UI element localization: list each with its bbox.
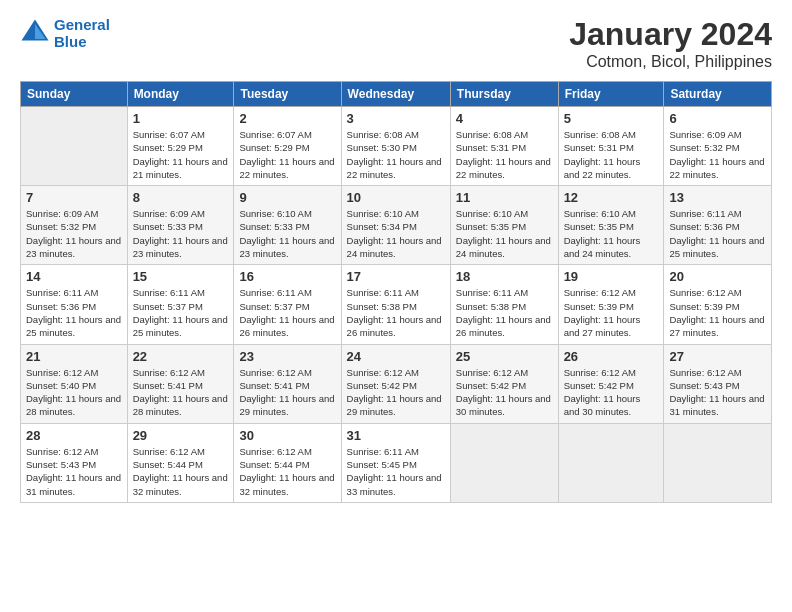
calendar-week-row: 28 Sunrise: 6:12 AMSunset: 5:43 PMDaylig… [21, 423, 772, 502]
header-friday: Friday [558, 82, 664, 107]
calendar-week-row: 7 Sunrise: 6:09 AMSunset: 5:32 PMDayligh… [21, 186, 772, 265]
day-info: Sunrise: 6:08 AMSunset: 5:31 PMDaylight:… [564, 128, 659, 181]
day-number: 9 [239, 190, 335, 205]
calendar-cell [664, 423, 772, 502]
day-info: Sunrise: 6:10 AMSunset: 5:33 PMDaylight:… [239, 207, 335, 260]
day-info: Sunrise: 6:12 AMSunset: 5:39 PMDaylight:… [564, 286, 659, 339]
day-info: Sunrise: 6:09 AMSunset: 5:33 PMDaylight:… [133, 207, 229, 260]
calendar-cell: 29 Sunrise: 6:12 AMSunset: 5:44 PMDaylig… [127, 423, 234, 502]
calendar-cell: 11 Sunrise: 6:10 AMSunset: 5:35 PMDaylig… [450, 186, 558, 265]
day-info: Sunrise: 6:10 AMSunset: 5:35 PMDaylight:… [456, 207, 553, 260]
day-info: Sunrise: 6:12 AMSunset: 5:41 PMDaylight:… [133, 366, 229, 419]
day-info: Sunrise: 6:12 AMSunset: 5:40 PMDaylight:… [26, 366, 122, 419]
day-number: 30 [239, 428, 335, 443]
calendar-cell: 24 Sunrise: 6:12 AMSunset: 5:42 PMDaylig… [341, 344, 450, 423]
day-number: 10 [347, 190, 445, 205]
calendar-cell: 19 Sunrise: 6:12 AMSunset: 5:39 PMDaylig… [558, 265, 664, 344]
day-info: Sunrise: 6:10 AMSunset: 5:34 PMDaylight:… [347, 207, 445, 260]
day-number: 8 [133, 190, 229, 205]
day-number: 18 [456, 269, 553, 284]
day-number: 3 [347, 111, 445, 126]
calendar-cell: 13 Sunrise: 6:11 AMSunset: 5:36 PMDaylig… [664, 186, 772, 265]
day-info: Sunrise: 6:07 AMSunset: 5:29 PMDaylight:… [133, 128, 229, 181]
calendar-cell: 31 Sunrise: 6:11 AMSunset: 5:45 PMDaylig… [341, 423, 450, 502]
header-tuesday: Tuesday [234, 82, 341, 107]
calendar-cell: 8 Sunrise: 6:09 AMSunset: 5:33 PMDayligh… [127, 186, 234, 265]
day-info: Sunrise: 6:08 AMSunset: 5:30 PMDaylight:… [347, 128, 445, 181]
calendar-cell: 6 Sunrise: 6:09 AMSunset: 5:32 PMDayligh… [664, 107, 772, 186]
title-block: January 2024 Cotmon, Bicol, Philippines [569, 16, 772, 71]
calendar-cell: 2 Sunrise: 6:07 AMSunset: 5:29 PMDayligh… [234, 107, 341, 186]
calendar-week-row: 14 Sunrise: 6:11 AMSunset: 5:36 PMDaylig… [21, 265, 772, 344]
day-number: 7 [26, 190, 122, 205]
day-info: Sunrise: 6:09 AMSunset: 5:32 PMDaylight:… [669, 128, 766, 181]
calendar-cell: 7 Sunrise: 6:09 AMSunset: 5:32 PMDayligh… [21, 186, 128, 265]
header-sunday: Sunday [21, 82, 128, 107]
day-info: Sunrise: 6:12 AMSunset: 5:44 PMDaylight:… [239, 445, 335, 498]
calendar-cell: 3 Sunrise: 6:08 AMSunset: 5:30 PMDayligh… [341, 107, 450, 186]
calendar-cell: 23 Sunrise: 6:12 AMSunset: 5:41 PMDaylig… [234, 344, 341, 423]
calendar-cell: 27 Sunrise: 6:12 AMSunset: 5:43 PMDaylig… [664, 344, 772, 423]
calendar-cell: 4 Sunrise: 6:08 AMSunset: 5:31 PMDayligh… [450, 107, 558, 186]
day-number: 20 [669, 269, 766, 284]
calendar-cell: 21 Sunrise: 6:12 AMSunset: 5:40 PMDaylig… [21, 344, 128, 423]
header: General Blue January 2024 Cotmon, Bicol,… [20, 16, 772, 71]
day-info: Sunrise: 6:12 AMSunset: 5:43 PMDaylight:… [669, 366, 766, 419]
day-number: 19 [564, 269, 659, 284]
day-number: 5 [564, 111, 659, 126]
day-info: Sunrise: 6:12 AMSunset: 5:39 PMDaylight:… [669, 286, 766, 339]
day-number: 21 [26, 349, 122, 364]
day-info: Sunrise: 6:12 AMSunset: 5:42 PMDaylight:… [564, 366, 659, 419]
day-number: 26 [564, 349, 659, 364]
calendar-cell: 25 Sunrise: 6:12 AMSunset: 5:42 PMDaylig… [450, 344, 558, 423]
day-info: Sunrise: 6:12 AMSunset: 5:41 PMDaylight:… [239, 366, 335, 419]
calendar-cell [450, 423, 558, 502]
day-number: 6 [669, 111, 766, 126]
header-monday: Monday [127, 82, 234, 107]
calendar-cell: 22 Sunrise: 6:12 AMSunset: 5:41 PMDaylig… [127, 344, 234, 423]
day-info: Sunrise: 6:11 AMSunset: 5:36 PMDaylight:… [669, 207, 766, 260]
day-info: Sunrise: 6:12 AMSunset: 5:43 PMDaylight:… [26, 445, 122, 498]
calendar-cell: 30 Sunrise: 6:12 AMSunset: 5:44 PMDaylig… [234, 423, 341, 502]
day-number: 27 [669, 349, 766, 364]
calendar-cell: 17 Sunrise: 6:11 AMSunset: 5:38 PMDaylig… [341, 265, 450, 344]
page: General Blue January 2024 Cotmon, Bicol,… [0, 0, 792, 513]
day-number: 14 [26, 269, 122, 284]
calendar-cell: 28 Sunrise: 6:12 AMSunset: 5:43 PMDaylig… [21, 423, 128, 502]
day-number: 28 [26, 428, 122, 443]
calendar-cell [558, 423, 664, 502]
header-saturday: Saturday [664, 82, 772, 107]
calendar-cell: 14 Sunrise: 6:11 AMSunset: 5:36 PMDaylig… [21, 265, 128, 344]
calendar-table: Sunday Monday Tuesday Wednesday Thursday… [20, 81, 772, 503]
calendar-cell: 15 Sunrise: 6:11 AMSunset: 5:37 PMDaylig… [127, 265, 234, 344]
day-number: 31 [347, 428, 445, 443]
day-number: 15 [133, 269, 229, 284]
day-number: 4 [456, 111, 553, 126]
day-number: 13 [669, 190, 766, 205]
day-info: Sunrise: 6:11 AMSunset: 5:37 PMDaylight:… [133, 286, 229, 339]
calendar-cell [21, 107, 128, 186]
calendar-cell: 10 Sunrise: 6:10 AMSunset: 5:34 PMDaylig… [341, 186, 450, 265]
day-number: 1 [133, 111, 229, 126]
day-info: Sunrise: 6:09 AMSunset: 5:32 PMDaylight:… [26, 207, 122, 260]
calendar-cell: 18 Sunrise: 6:11 AMSunset: 5:38 PMDaylig… [450, 265, 558, 344]
logo-text: General Blue [54, 16, 110, 50]
day-number: 17 [347, 269, 445, 284]
calendar-cell: 20 Sunrise: 6:12 AMSunset: 5:39 PMDaylig… [664, 265, 772, 344]
calendar-cell: 26 Sunrise: 6:12 AMSunset: 5:42 PMDaylig… [558, 344, 664, 423]
day-info: Sunrise: 6:10 AMSunset: 5:35 PMDaylight:… [564, 207, 659, 260]
day-info: Sunrise: 6:11 AMSunset: 5:37 PMDaylight:… [239, 286, 335, 339]
day-number: 12 [564, 190, 659, 205]
day-number: 29 [133, 428, 229, 443]
day-info: Sunrise: 6:11 AMSunset: 5:38 PMDaylight:… [347, 286, 445, 339]
calendar-cell: 12 Sunrise: 6:10 AMSunset: 5:35 PMDaylig… [558, 186, 664, 265]
calendar-cell: 16 Sunrise: 6:11 AMSunset: 5:37 PMDaylig… [234, 265, 341, 344]
day-number: 2 [239, 111, 335, 126]
calendar-cell: 1 Sunrise: 6:07 AMSunset: 5:29 PMDayligh… [127, 107, 234, 186]
day-info: Sunrise: 6:08 AMSunset: 5:31 PMDaylight:… [456, 128, 553, 181]
day-info: Sunrise: 6:12 AMSunset: 5:42 PMDaylight:… [347, 366, 445, 419]
header-thursday: Thursday [450, 82, 558, 107]
day-number: 24 [347, 349, 445, 364]
calendar-title: January 2024 [569, 16, 772, 53]
days-header-row: Sunday Monday Tuesday Wednesday Thursday… [21, 82, 772, 107]
